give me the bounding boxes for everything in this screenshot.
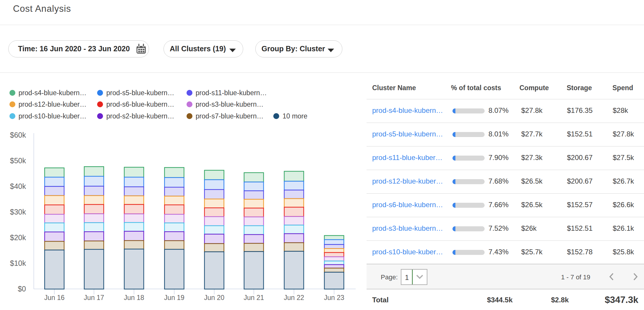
svg-text:$20k: $20k [10, 233, 26, 242]
svg-text:Jun 19: Jun 19 [164, 294, 184, 301]
svg-text:Jun 17: Jun 17 [84, 294, 104, 301]
svg-text:Jun 16: Jun 16 [44, 294, 65, 301]
svg-text:Jun 18: Jun 18 [124, 294, 144, 301]
svg-text:Jun 22: Jun 22 [284, 294, 304, 301]
svg-text:$30k: $30k [10, 208, 26, 216]
svg-text:$10k: $10k [10, 259, 26, 267]
svg-text:$50k: $50k [10, 156, 26, 165]
svg-text:$40k: $40k [10, 182, 26, 190]
svg-text:$0: $0 [18, 285, 26, 293]
svg-text:Jun 20: Jun 20 [204, 294, 224, 301]
svg-text:$60k: $60k [10, 131, 26, 139]
svg-text:Jun 21: Jun 21 [243, 294, 264, 301]
svg-text:Jun 23: Jun 23 [324, 294, 344, 301]
